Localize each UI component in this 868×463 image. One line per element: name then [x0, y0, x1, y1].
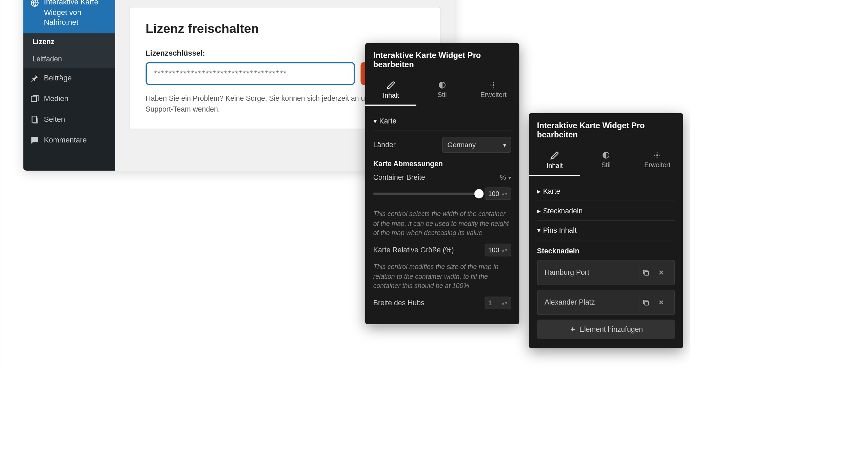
license-key-input[interactable]: [146, 62, 355, 85]
menu-comments[interactable]: Kommentare: [23, 130, 115, 150]
globe-icon: [30, 0, 39, 7]
fp1-input-container-width[interactable]: 100▴▾: [485, 188, 511, 200]
fp2-section-map[interactable]: ▸ Karte: [537, 182, 675, 201]
submenu-license[interactable]: Lizenz: [23, 33, 115, 51]
add-pin-button[interactable]: Element hinzufügen: [537, 320, 675, 339]
fp1-unit-container-width[interactable]: % ▾: [500, 174, 511, 182]
svg-rect-27: [645, 301, 648, 305]
fp2-tab-advanced[interactable]: Erweitert: [632, 147, 683, 176]
widget-panel-2: Interaktive Karte Widget Pro bearbeiten …: [529, 113, 683, 348]
comment-icon: [30, 135, 39, 144]
widget-panel-1-title: Interaktive Karte Widget Pro bearbeiten: [365, 43, 519, 76]
fp1-hint-2: This control modifies the size of the ma…: [373, 262, 511, 291]
fp2-section-pins[interactable]: ▸ Stecknadeln: [537, 201, 675, 221]
pin-icon: [30, 73, 39, 82]
fp2-tab-style[interactable]: Stil: [580, 147, 632, 176]
fp1-input-rel-size[interactable]: 100▴▾: [485, 244, 511, 256]
media-icon: [30, 94, 39, 103]
license-title: Lizenz freischalten: [146, 21, 424, 36]
fp1-input-hub[interactable]: 1▴▾: [485, 297, 511, 309]
pin-item[interactable]: Hamburg Port: [537, 260, 675, 285]
widget-panel-1: Interaktive Karte Widget Pro bearbeiten …: [365, 43, 519, 324]
fp1-tab-content[interactable]: Inhalt: [365, 76, 416, 105]
pin-item-label: Alexander Platz: [545, 298, 595, 307]
pin-delete[interactable]: [654, 295, 668, 309]
fp1-hint-1: This control selects the width of the co…: [373, 209, 511, 238]
fp2-section-pins-content[interactable]: ▾ Pins Inhalt: [537, 221, 675, 240]
fp1-section-map[interactable]: ▾ Karte: [373, 112, 511, 131]
fp1-slider-container-width[interactable]: [373, 193, 479, 195]
svg-rect-21: [32, 116, 37, 122]
submenu-guide[interactable]: Leitfaden: [23, 50, 115, 67]
pin-duplicate[interactable]: [639, 266, 653, 279]
pin-item-label: Hamburg Port: [545, 269, 589, 277]
svg-point-23: [493, 84, 494, 86]
pin-delete[interactable]: [654, 266, 668, 279]
widget-panel-2-title: Interaktive Karte Widget Pro bearbeiten: [529, 113, 683, 147]
fp1-tab-style[interactable]: Stil: [416, 76, 468, 105]
menu-pages[interactable]: Seiten: [23, 109, 115, 130]
fp1-tab-advanced[interactable]: Erweitert: [468, 76, 519, 105]
fp1-select-countries[interactable]: Germany▾: [442, 137, 511, 153]
fp1-label-countries: Länder: [373, 141, 396, 149]
plus-icon: [569, 326, 576, 333]
fp2-tab-content[interactable]: Inhalt: [529, 147, 580, 176]
menu-widget[interactable]: Interaktive Karte Widget von Nahiro.net: [23, 0, 115, 33]
svg-rect-26: [645, 271, 648, 275]
fp1-heading-dimensions: Karte Abmessungen: [373, 160, 511, 168]
menu-posts[interactable]: Beiträge: [23, 67, 115, 88]
pin-item[interactable]: Alexander Platz: [537, 290, 675, 315]
svg-rect-20: [31, 96, 37, 101]
fp2-pins-label: Stecknadeln: [537, 247, 675, 255]
pages-icon: [30, 115, 39, 124]
fp1-label-hub: Breite des Hubs: [373, 299, 425, 307]
svg-point-25: [656, 154, 658, 156]
fp1-label-container-width: Container Breite: [373, 174, 425, 182]
pin-duplicate[interactable]: [639, 295, 653, 309]
canvas: Interaktive Karte für Elementor ProLive …: [0, 0, 690, 368]
menu-media[interactable]: Medien: [23, 88, 115, 109]
fp1-label-rel-size: Karte Relative Größe (%): [373, 246, 454, 254]
